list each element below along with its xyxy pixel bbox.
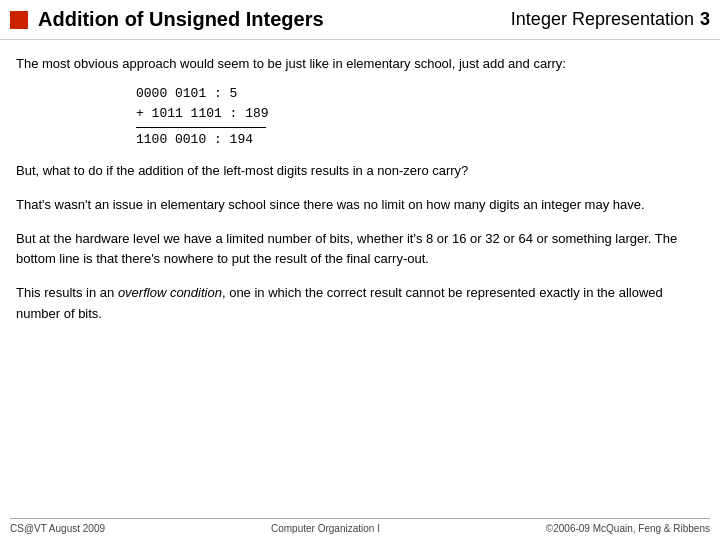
red-square-icon	[10, 11, 28, 29]
page-title: Addition of Unsigned Integers	[38, 8, 511, 31]
footer-right: ©2006-09 McQuain, Feng & Ribbens	[546, 523, 710, 534]
paragraph-1: But, what to do if the addition of the l…	[16, 161, 704, 181]
paragraph-4: This results in an overflow condition, o…	[16, 283, 704, 323]
paragraph-2: That's wasn't an issue in elementary sch…	[16, 195, 704, 215]
code-divider	[136, 127, 266, 128]
footer-left: CS@VT August 2009	[10, 523, 105, 534]
header-subtitle: Integer Representation	[511, 9, 694, 30]
code-line-2: + 1011 1101 : 189	[136, 104, 704, 125]
intro-paragraph: The most obvious approach would seem to …	[16, 54, 704, 74]
code-line-1: 0000 0101 : 5	[136, 84, 704, 105]
main-content: The most obvious approach would seem to …	[0, 40, 720, 348]
header-page-number: 3	[700, 9, 710, 30]
code-example: 0000 0101 : 5 + 1011 1101 : 189 1100 001…	[136, 84, 704, 151]
header-right: Integer Representation 3	[511, 9, 710, 30]
code-line-4: 1100 0010 : 194	[136, 130, 704, 151]
para4-prefix: This results in an	[16, 285, 118, 300]
paragraph-3: But at the hardware level we have a limi…	[16, 229, 704, 269]
footer-center: Computer Organization I	[271, 523, 380, 534]
footer: CS@VT August 2009 Computer Organization …	[10, 518, 710, 534]
para4-italic: overflow condition	[118, 285, 222, 300]
header: Addition of Unsigned Integers Integer Re…	[0, 0, 720, 40]
